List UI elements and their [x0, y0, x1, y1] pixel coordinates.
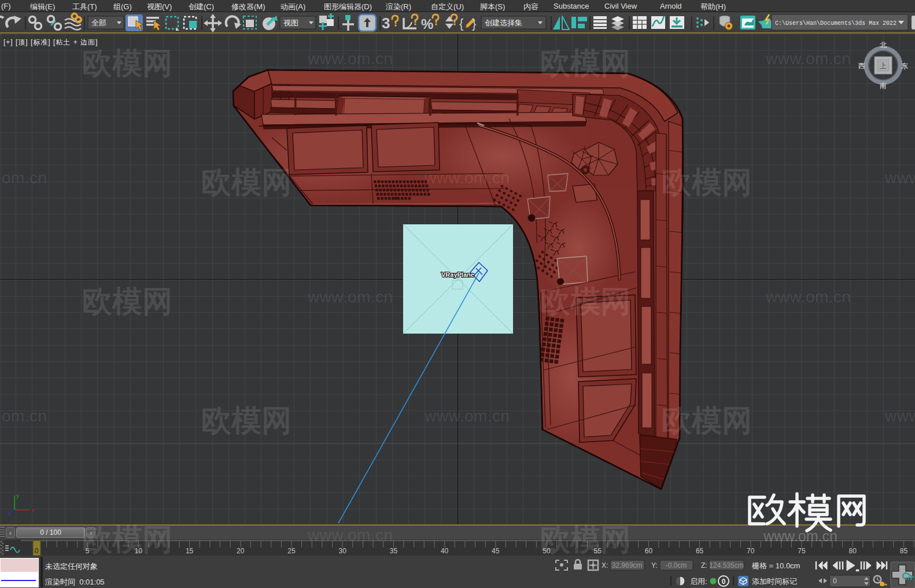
svg-text:}: }	[472, 16, 476, 31]
svg-text:70: 70	[747, 547, 755, 555]
svg-text:z: z	[8, 510, 11, 516]
svg-text:添加时间标记: 添加时间标记	[752, 577, 797, 586]
svg-text:创建选择集: 创建选择集	[485, 19, 522, 27]
svg-text:25: 25	[287, 547, 296, 555]
svg-text:南: 南	[880, 82, 887, 90]
svg-text:0: 0	[722, 578, 726, 586]
svg-text:80: 80	[849, 547, 857, 555]
svg-text:85: 85	[900, 547, 908, 555]
svg-text:20: 20	[237, 547, 245, 555]
svg-text:启用:: 启用:	[690, 577, 707, 586]
svg-text:X:: X:	[602, 561, 608, 569]
svg-text:60: 60	[645, 547, 653, 555]
svg-text:全部: 全部	[91, 19, 106, 27]
svg-text:3: 3	[382, 14, 390, 32]
svg-text:x: x	[31, 507, 34, 513]
svg-text:栅格 = 10.0cm: 栅格 = 10.0cm	[752, 561, 800, 570]
svg-text:VRayPlane: VRayPlane	[441, 271, 474, 278]
svg-text:30: 30	[339, 547, 347, 555]
svg-text:0: 0	[35, 547, 39, 555]
svg-text:15: 15	[186, 547, 194, 555]
svg-text:35: 35	[390, 547, 398, 555]
svg-text:10: 10	[135, 547, 143, 555]
svg-text:C:\Users\Han\Documents\3ds Max: C:\Users\Han\Documents\3ds Max 2022	[775, 20, 896, 27]
svg-text:124.535cm: 124.535cm	[709, 561, 743, 569]
svg-text:55: 55	[594, 547, 602, 555]
svg-text:北: 北	[880, 41, 887, 49]
svg-text:上: 上	[880, 62, 887, 70]
svg-text:5: 5	[86, 547, 90, 555]
svg-text:Y:: Y:	[651, 561, 658, 569]
svg-text:0: 0	[833, 577, 837, 585]
svg-text:50: 50	[543, 547, 551, 555]
svg-text:视图: 视图	[283, 19, 298, 27]
svg-text:75: 75	[798, 547, 806, 555]
svg-text:西: 西	[858, 62, 865, 70]
svg-text:东: 东	[901, 62, 908, 70]
svg-text:45: 45	[492, 547, 500, 555]
svg-text:40: 40	[441, 547, 449, 555]
svg-text:-0.0cm: -0.0cm	[666, 561, 687, 569]
svg-text:{: {	[459, 16, 463, 31]
svg-text:y: y	[16, 493, 19, 499]
svg-text:65: 65	[696, 547, 704, 555]
svg-text:Z:: Z:	[701, 561, 707, 569]
svg-text:%: %	[421, 16, 433, 32]
svg-text:32.969cm: 32.969cm	[612, 561, 643, 569]
